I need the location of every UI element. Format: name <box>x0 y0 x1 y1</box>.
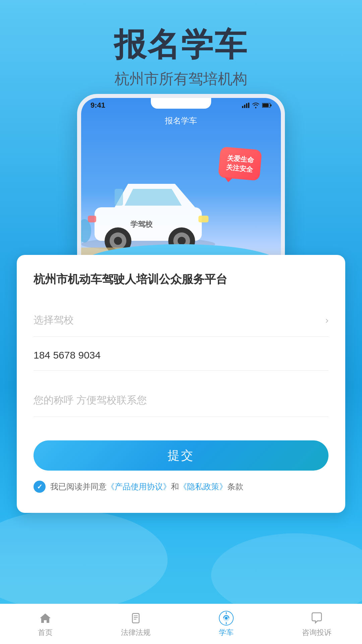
sub-title: 杭州市所有驾培机构 <box>0 69 362 89</box>
speech-bubble: 关爱生命 关注安全 <box>218 147 262 181</box>
svg-rect-3 <box>248 103 249 108</box>
svg-rect-9 <box>115 189 123 206</box>
header-section: 报名学车 杭州市所有驾培机构 <box>0 0 362 89</box>
signal-icon <box>242 103 249 108</box>
phone-value: 184 5678 9034 <box>34 350 101 361</box>
form-card: 杭州市机动车驾驶人培训公众服务平台 选择驾校 › 184 5678 9034 您… <box>17 255 345 513</box>
svg-rect-22 <box>132 613 139 623</box>
name-placeholder: 您的称呼 方便驾校联系您 <box>34 393 147 407</box>
car-nav-icon <box>219 611 234 626</box>
svg-rect-0 <box>242 106 243 108</box>
nav-label-car: 学车 <box>219 628 234 638</box>
nav-label-law: 法律法规 <box>121 628 150 638</box>
svg-rect-16 <box>198 216 208 222</box>
status-time: 9:41 <box>90 101 105 110</box>
phone-notch <box>151 98 211 109</box>
speech-line2: 关注安全 <box>226 163 253 174</box>
school-field[interactable]: 选择驾校 › <box>34 304 328 337</box>
nav-item-home[interactable]: 首页 <box>0 611 90 638</box>
agreement-suffix: 条款 <box>227 482 243 491</box>
agreement-checkbox[interactable] <box>34 481 46 493</box>
agreement-prefix: 我已阅读并同意 <box>50 482 107 491</box>
nav-item-car[interactable]: 学车 <box>181 611 272 638</box>
name-field[interactable]: 您的称呼 方便驾校联系您 <box>34 384 328 417</box>
svg-point-12 <box>114 237 122 245</box>
nav-item-law[interactable]: 法律法规 <box>90 611 181 638</box>
agreement-link1[interactable]: 《产品使用协议》 <box>107 482 171 491</box>
law-icon <box>128 611 143 626</box>
svg-rect-6 <box>270 104 272 106</box>
battery-icon <box>262 103 272 108</box>
svg-rect-2 <box>246 103 247 108</box>
svg-rect-23 <box>134 615 138 616</box>
svg-point-15 <box>178 237 186 245</box>
svg-rect-25 <box>134 619 136 620</box>
nav-item-consult[interactable]: 咨询投诉 <box>272 611 362 638</box>
svg-rect-1 <box>244 105 245 108</box>
svg-point-28 <box>225 617 228 620</box>
bottom-navigation: 首页 法律法规 学车 <box>0 604 362 644</box>
agreement-and: 和 <box>171 482 179 491</box>
nav-label-consult: 咨询投诉 <box>302 628 331 638</box>
chat-icon <box>309 611 324 626</box>
svg-rect-24 <box>134 617 138 618</box>
svg-rect-5 <box>263 104 269 107</box>
nav-label-home: 首页 <box>38 628 53 638</box>
main-title: 报名学车 <box>0 27 362 62</box>
form-subtitle: 杭州市机动车驾驶人培训公众服务平台 <box>34 272 328 287</box>
agreement-link2[interactable]: 《隐私政策》 <box>179 482 227 491</box>
chevron-right-icon: › <box>325 315 328 326</box>
agreement-text: 我已阅读并同意《产品使用协议》和《隐私政策》条款 <box>50 481 243 492</box>
svg-rect-17 <box>88 216 96 222</box>
wifi-icon <box>252 102 259 108</box>
status-icons <box>242 102 272 108</box>
school-placeholder: 选择驾校 <box>34 313 74 327</box>
agreement-row: 我已阅读并同意《产品使用协议》和《隐私政策》条款 <box>34 481 328 493</box>
car-image: 学驾校 <box>81 164 235 258</box>
phone-field[interactable]: 184 5678 9034 <box>34 340 328 371</box>
phone-header-title: 报名学车 <box>81 115 281 126</box>
home-icon <box>38 611 53 626</box>
submit-button[interactable]: 提交 <box>34 440 328 471</box>
svg-text:学驾校: 学驾校 <box>130 220 153 228</box>
